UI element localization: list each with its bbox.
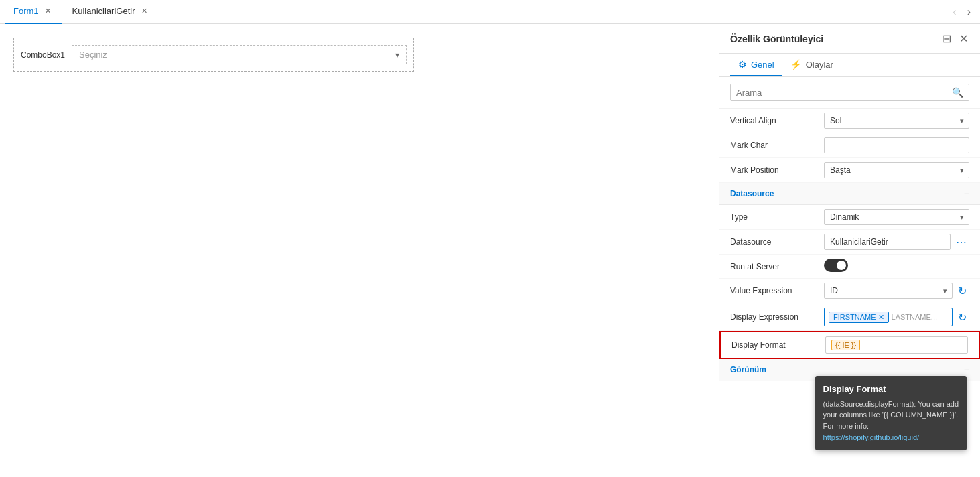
run-at-server-toggle[interactable] (824, 259, 848, 272)
display-expression-tag-input[interactable]: FIRSTNAME ✕ LASTNAME... (824, 308, 953, 326)
run-at-server-label: Run at Server (730, 262, 824, 271)
display-expression-area: FIRSTNAME ✕ LASTNAME... ↻ (824, 308, 969, 326)
vertical-align-select-wrapper: Sol (824, 113, 969, 129)
tab-nav-next[interactable]: › (963, 3, 975, 21)
run-at-server-toggle-area (824, 259, 969, 274)
tab-genel[interactable]: ⚙ Genel (730, 54, 782, 76)
tooltip-title: Display Format (823, 383, 959, 396)
gorunum-collapse-icon[interactable]: − (964, 364, 969, 375)
tab-kullanicilari[interactable]: KullanicilariGetir ✕ (64, 0, 158, 24)
olaylar-tab-icon: ⚡ (790, 59, 802, 70)
close-panel-button[interactable]: ✕ (958, 31, 969, 46)
type-label: Type (730, 212, 824, 222)
prop-type: Type Dinamik (719, 205, 980, 230)
panel-header-buttons: ⊟ ✕ (941, 31, 969, 46)
display-expression-tag-firstname: FIRSTNAME ✕ (829, 312, 889, 323)
display-format-label: Display Format (731, 340, 825, 350)
genel-tab-label: Genel (751, 60, 774, 70)
display-format-tooltip: Display Format (dataSource.displayFormat… (815, 376, 967, 450)
mark-position-select-wrapper: Başta (824, 162, 969, 178)
main-area: ComboBox1 Seçiniz ▾ Özellik Görüntüleyic… (0, 24, 980, 477)
tab-kullanicilari-close[interactable]: ✕ (139, 6, 149, 17)
mark-position-select[interactable]: Başta (824, 162, 969, 178)
tab-nav-prev[interactable]: ‹ (949, 3, 960, 21)
display-expression-placeholder: LASTNAME... (892, 313, 937, 321)
type-select[interactable]: Dinamik (824, 209, 969, 225)
prop-display-expression: Display Expression FIRSTNAME ✕ LASTNAME.… (719, 303, 980, 331)
datasource-section-title: Datasource (730, 189, 774, 198)
type-select-wrapper: Dinamik (824, 209, 969, 225)
search-box[interactable]: 🔍 (730, 84, 969, 101)
tooltip-line1: (dataSource.displayFormat): You can add (823, 399, 959, 410)
tag-firstname-close[interactable]: ✕ (878, 313, 884, 322)
combobox-placeholder: Seçiniz (79, 50, 395, 60)
right-panel: Özellik Görüntüleyici ⊟ ✕ ⚙ Genel ⚡ Olay… (719, 24, 980, 477)
genel-tab-icon: ⚙ (738, 59, 747, 70)
tab-form1[interactable]: Form1 ✕ (5, 0, 62, 24)
display-format-tag: {{ IE }} (831, 340, 860, 350)
datasource-dots-button[interactable]: ⋯ (953, 234, 969, 250)
canvas-area: ComboBox1 Seçiniz ▾ (0, 24, 719, 477)
prop-value-expression: Value Expression ID ↻ (719, 279, 980, 303)
datasource-label: Datasource (730, 237, 824, 247)
search-icon: 🔍 (952, 87, 963, 98)
tag-firstname-label: FIRSTNAME (833, 313, 876, 321)
prop-display-format: Display Format {{ IE }} (719, 331, 980, 359)
vertical-align-select[interactable]: Sol (824, 113, 969, 129)
prop-run-at-server: Run at Server (719, 255, 980, 279)
value-expression-label: Value Expression (730, 286, 824, 295)
tab-form1-label: Form1 (13, 6, 39, 16)
datasource-value-area: KullanicilariGetir ⋯ (824, 234, 969, 250)
value-expression-select[interactable]: ID (824, 283, 953, 299)
prop-vertical-align: Vertical Align Sol (719, 109, 980, 133)
panel-tabs: ⚙ Genel ⚡ Olaylar (719, 54, 980, 77)
tab-form1-close[interactable]: ✕ (43, 6, 54, 17)
pin-button[interactable]: ⊟ (941, 31, 953, 46)
display-expression-label: Display Expression (730, 312, 824, 322)
datasource-collapse-icon[interactable]: − (964, 188, 969, 199)
display-format-area: {{ IE }} (825, 336, 968, 354)
tab-kullanicilari-label: KullanicilariGetir (72, 6, 135, 16)
canvas-content: ComboBox1 Seçiniz ▾ (13, 38, 414, 72)
vertical-align-label: Vertical Align (730, 116, 824, 125)
value-expression-area: ID ↻ (824, 283, 969, 299)
olaylar-tab-label: Olaylar (806, 60, 833, 70)
display-expression-refresh-button[interactable]: ↻ (955, 310, 969, 325)
mark-char-label: Mark Char (730, 141, 824, 150)
prop-datasource: Datasource KullanicilariGetir ⋯ (719, 230, 980, 255)
tooltip-link[interactable]: https://shopify.github.io/liquid/ (823, 433, 920, 441)
mark-position-label: Mark Position (730, 165, 824, 175)
tab-olaylar[interactable]: ⚡ Olaylar (782, 54, 841, 76)
tab-nav-buttons: ‹ › (949, 3, 975, 21)
display-format-value[interactable]: {{ IE }} (825, 336, 968, 354)
prop-mark-position: Mark Position Başta (719, 158, 980, 183)
tooltip-line3: For more info: (823, 421, 959, 432)
panel-search-area: 🔍 (719, 77, 980, 109)
datasource-value: KullanicilariGetir (824, 234, 951, 250)
tooltip-line2: your columns like '{{ COLUMN_NAME }}'. (823, 409, 959, 421)
prop-mark-char: Mark Char (719, 133, 980, 158)
panel-header: Özellik Görüntüleyici ⊟ ✕ (719, 24, 980, 54)
combobox-label: ComboBox1 (21, 50, 65, 60)
search-input[interactable] (736, 88, 952, 98)
combobox-arrow-icon: ▾ (395, 50, 399, 60)
panel-title: Özellik Görüntüleyici (730, 33, 823, 44)
value-expression-refresh-button[interactable]: ↻ (955, 283, 969, 299)
mark-char-input[interactable] (824, 137, 969, 153)
tab-bar: Form1 ✕ KullanicilariGetir ✕ ‹ › (0, 0, 980, 24)
gorunum-section-title: Görünüm (730, 365, 766, 374)
datasource-section-header[interactable]: Datasource − (719, 183, 980, 205)
combobox-container[interactable]: Seçiniz ▾ (72, 45, 407, 64)
value-expression-select-wrapper: ID (824, 283, 953, 299)
